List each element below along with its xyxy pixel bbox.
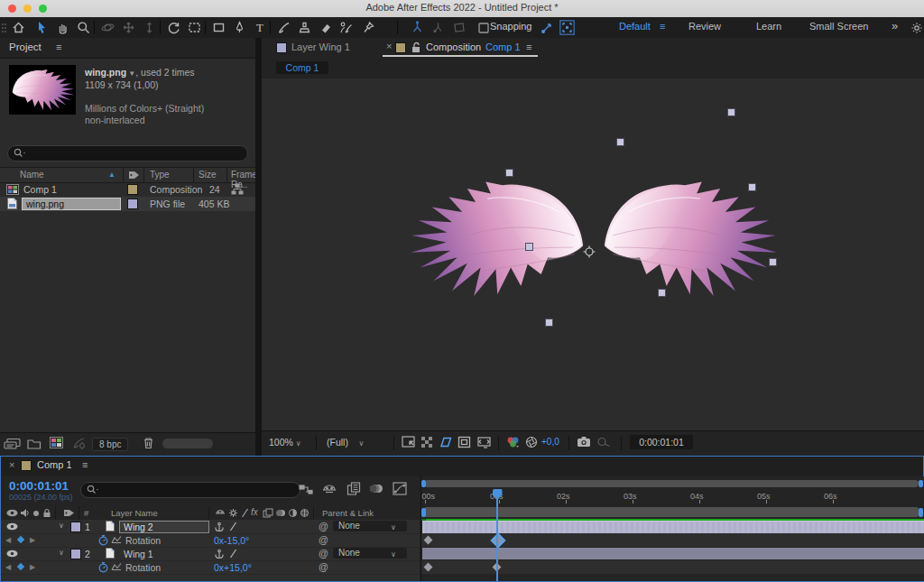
project-settings-icon[interactable] — [72, 437, 86, 449]
anchor-switch-icon[interactable] — [214, 549, 225, 559]
time-navigator-bar[interactable] — [424, 480, 919, 487]
layer-row-wing2[interactable]: ∨ 1 Wing 2 @ None∨ — [1, 520, 420, 534]
transform-handle[interactable] — [769, 258, 777, 266]
playhead-line[interactable] — [496, 489, 498, 581]
property-name[interactable]: Rotation — [125, 535, 161, 546]
camera-roi-tool-button[interactable] — [185, 19, 203, 36]
layer-name[interactable]: Wing 1 — [124, 549, 153, 559]
property-pick-whip-icon[interactable]: @ — [319, 561, 328, 572]
eraser-tool-button[interactable] — [316, 19, 334, 36]
selected-keyframe-diamond[interactable] — [491, 533, 506, 549]
project-search-input[interactable] — [7, 145, 248, 162]
project-row-wing[interactable]: wing.png PNG file 405 KB — [0, 197, 255, 211]
transparency-grid-icon[interactable] — [420, 436, 434, 448]
label-color-column-icon[interactable] — [128, 170, 140, 180]
navigator-end-handle[interactable] — [919, 480, 923, 487]
project-panel-menu-icon[interactable]: ≡ — [56, 42, 61, 52]
transform-handle[interactable] — [525, 243, 533, 251]
pen-tool-button[interactable] — [230, 19, 248, 36]
snap-options-icon[interactable] — [558, 19, 576, 36]
show-channel-rgb-icon[interactable] — [506, 436, 520, 448]
property-pick-whip-icon[interactable]: @ — [319, 534, 328, 545]
workspace-tab-learn[interactable]: Learn — [756, 21, 781, 32]
project-row-comp1[interactable]: Comp 1 Composition 24 — [0, 182, 255, 197]
navigator-start-handle[interactable] — [421, 480, 426, 487]
work-area-bar[interactable] — [424, 507, 919, 517]
switch-frame-blend-icon[interactable] — [263, 508, 273, 518]
new-folder-icon[interactable] — [27, 438, 42, 449]
sort-ascending-icon[interactable]: ▲ — [108, 171, 116, 179]
motion-blur-icon[interactable] — [370, 483, 383, 494]
local-axis-mode-button[interactable] — [408, 19, 426, 36]
footage-name[interactable]: wing.png — [85, 67, 126, 78]
switch-3d-icon[interactable] — [300, 508, 310, 518]
transform-handle[interactable] — [505, 169, 513, 177]
pixel-aspect-correction-icon[interactable] — [476, 436, 492, 448]
project-item-name[interactable]: Comp 1 — [23, 184, 57, 195]
rotation-tool-button[interactable] — [164, 19, 182, 36]
workspace-tab-default[interactable]: Default — [619, 21, 651, 32]
parent-dropdown[interactable]: None∨ — [333, 521, 407, 531]
close-tab-icon[interactable]: × — [386, 41, 392, 51]
hand-tool-button[interactable] — [53, 19, 71, 36]
breadcrumb-comp-button[interactable]: Comp 1 — [276, 61, 328, 74]
video-eye-toggle[interactable] — [6, 522, 18, 531]
column-parent-link[interactable]: Parent & Link — [322, 508, 374, 518]
delete-trash-icon[interactable] — [143, 437, 154, 449]
video-eye-toggle[interactable] — [6, 550, 18, 558]
prev-keyframe-arrow[interactable]: ◀ — [5, 563, 11, 571]
selection-tool-button[interactable] — [32, 19, 51, 36]
layer-name-selected[interactable]: Wing 2 — [119, 521, 209, 533]
transform-handle[interactable] — [545, 319, 553, 327]
new-composition-icon[interactable] — [50, 437, 63, 448]
keyframe-at-time-indicator[interactable] — [17, 563, 24, 570]
stopwatch-icon[interactable] — [97, 561, 109, 573]
prev-keyframe-arrow[interactable]: ◀ — [5, 536, 11, 544]
frame-blending-icon[interactable] — [346, 482, 361, 495]
next-keyframe-arrow[interactable]: ▶ — [30, 536, 35, 544]
include-in-graph-icon[interactable] — [111, 562, 122, 571]
column-name[interactable]: Name — [20, 170, 44, 180]
interpret-footage-icon[interactable] — [4, 438, 22, 450]
current-time-display[interactable]: 0:00:01:01 — [9, 479, 69, 493]
unlock-icon[interactable] — [411, 42, 421, 53]
orbit-camera-tool-button[interactable] — [98, 19, 116, 36]
zoom-tool-button[interactable] — [74, 19, 92, 36]
choose-grid-guides-icon[interactable] — [402, 436, 416, 449]
column-layer-name[interactable]: Layer Name — [111, 508, 158, 518]
switch-motion-blur-icon[interactable] — [275, 508, 286, 518]
transform-handle[interactable] — [727, 108, 735, 116]
bit-depth-button[interactable]: 8 bpc — [92, 438, 128, 451]
flowchart-icon[interactable] — [231, 183, 244, 195]
view-axis-mode-button[interactable] — [449, 19, 467, 36]
exposure-value[interactable]: +0,0 — [541, 437, 559, 447]
work-area-end-handle[interactable] — [919, 508, 923, 517]
timeline-tab-comp1[interactable]: Comp 1 — [37, 459, 72, 470]
panel-divider[interactable] — [255, 38, 262, 456]
quality-best-toggle[interactable] — [229, 522, 237, 531]
snapping-label[interactable]: Snapping — [490, 21, 532, 32]
pan-camera-tool-button[interactable] — [119, 19, 137, 36]
keyframe-diamond[interactable] — [424, 563, 433, 572]
transform-handle[interactable] — [616, 138, 624, 146]
switch-effects-icon[interactable]: fx — [251, 507, 258, 517]
stopwatch-icon[interactable] — [97, 534, 109, 546]
workspace-tab-review[interactable]: Review — [688, 21, 721, 32]
more-workspaces-chevron[interactable]: » — [892, 19, 898, 32]
timeline-track-area[interactable]: 0:00s 01s 02s 03s 04s 05s 06s — [420, 476, 924, 581]
keyframe-diamond[interactable] — [424, 536, 433, 545]
tab-composition-name[interactable]: Comp 1 — [485, 42, 521, 52]
label-color-swatch-lavender[interactable] — [127, 199, 138, 209]
rotation-value[interactable]: 0x-15,0° — [214, 535, 249, 546]
timeline-search-input[interactable] — [80, 482, 300, 498]
rotation-value[interactable]: 0x+15,0° — [214, 562, 252, 573]
brush-tool-button[interactable] — [274, 19, 292, 36]
tab-layer-wing1[interactable]: Layer Wing 1 — [291, 42, 350, 52]
graph-editor-icon[interactable] — [393, 482, 407, 495]
include-in-graph-icon[interactable] — [111, 535, 122, 544]
keyframe-at-time-indicator[interactable] — [17, 536, 24, 543]
switch-quality-icon[interactable] — [241, 508, 249, 518]
rectangle-tool-button[interactable] — [209, 19, 227, 36]
switch-collapse-icon[interactable] — [228, 508, 238, 518]
puppet-pin-tool-button[interactable] — [359, 19, 377, 36]
